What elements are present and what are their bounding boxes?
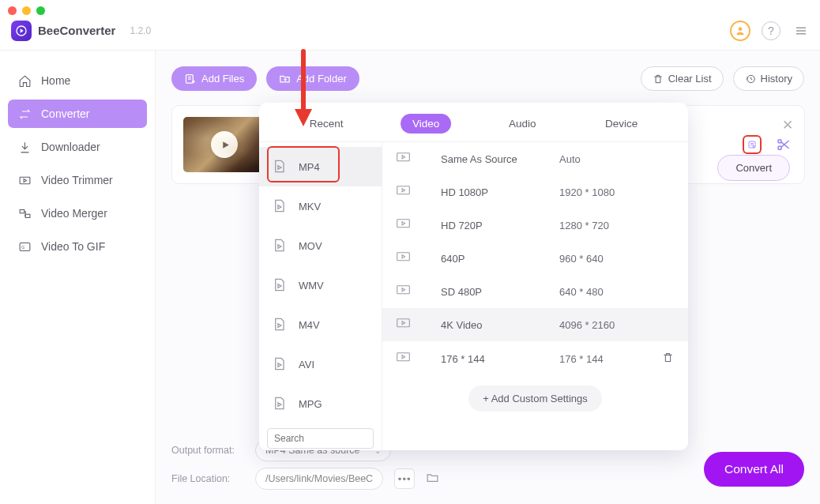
video-thumbnail[interactable] [183,117,265,172]
sidebar-item-downloader[interactable]: Downloader [8,133,147,161]
logo-block: BeeConverter 1.2.0 [11,21,151,41]
minimize-window-icon[interactable] [22,6,31,15]
resolution-item[interactable]: 640P 960 * 640 [382,242,688,275]
header-bar: BeeConverter 1.2.0 ? [0,0,820,51]
app-name: BeeConverter [38,24,115,37]
resolution-label: 176 * 144 [441,353,559,365]
resolution-label: HD 1080P [441,186,559,198]
resolution-item[interactable]: HD 1080P 1920 * 1080 [382,175,688,209]
sidebar: Home Converter Downloader Video Trimmer … [0,51,156,504]
svg-marker-33 [278,245,281,249]
file-location-field[interactable]: /Users/link/Movies/BeeC [255,468,383,490]
maximize-window-icon[interactable] [36,6,45,15]
svg-marker-51 [402,355,405,359]
sidebar-item-label: Converter [41,107,89,120]
format-label: WMV [299,280,324,291]
more-options-button[interactable]: ••• [394,468,415,489]
clear-list-button[interactable]: Clear List [641,66,724,91]
resolution-item[interactable]: HD 720P 1280 * 720 [382,209,688,242]
format-item-mkv[interactable]: MKV [259,186,382,226]
sidebar-item-converter[interactable]: Converter [8,100,147,128]
convert-all-button[interactable]: Convert All [704,452,804,487]
format-item-avi[interactable]: AVI [259,344,382,384]
format-search-input[interactable] [267,428,374,449]
sidebar-item-merger[interactable]: Video Merger [8,199,147,228]
svg-marker-49 [402,322,405,325]
help-icon[interactable]: ? [762,21,781,40]
close-icon[interactable]: ✕ [782,117,793,134]
delete-icon[interactable] [662,352,674,366]
resolution-item[interactable]: Same As Source Auto [382,142,688,175]
resolution-list: Same As Source Auto HD 1080P 1920 * 1080… [382,142,688,450]
resolution-dimension: 640 * 480 [559,286,604,298]
svg-rect-40 [397,186,410,194]
svg-marker-47 [402,288,405,291]
resolution-item[interactable]: 176 * 144 176 * 144 [382,341,688,376]
format-item-mp4[interactable]: MP4 [259,147,382,186]
file-video-icon [272,317,288,333]
resolution-label: Same As Source [441,153,559,165]
resolution-label: 4K Video [441,319,559,331]
sidebar-item-label: Home [41,74,70,87]
svg-marker-37 [278,403,281,407]
app-version: 1.2.0 [130,25,151,36]
monitor-play-icon [397,352,412,365]
resolution-dimension: 4096 * 2160 [559,319,615,331]
settings-preset-icon[interactable] [743,135,762,154]
monitor-play-icon [397,152,412,165]
resolution-label: SD 480P [441,286,559,298]
mac-traffic-lights[interactable] [8,6,45,15]
format-item-mov[interactable]: MOV [259,226,382,265]
open-folder-icon[interactable] [426,471,439,487]
svg-rect-42 [397,220,410,228]
sidebar-item-gif[interactable]: G Video To GIF [8,232,147,261]
format-label: MP4 [299,161,320,173]
hamburger-menu-icon[interactable] [792,21,811,40]
toolbar: Add Files Add Folder Clear List History [171,66,804,91]
format-popup: Recent Video Audio Device MP4 MKV MOV [259,103,688,450]
monitor-play-icon [397,186,412,198]
svg-marker-34 [278,284,281,288]
resolution-dimension: 1280 * 720 [559,220,609,231]
play-icon[interactable] [211,131,238,158]
add-custom-settings-button[interactable]: + Add Custom Settings [468,386,602,412]
tab-audio[interactable]: Audio [497,114,548,134]
resolution-dimension: 1920 * 1080 [559,186,615,198]
svg-rect-8 [20,209,24,213]
format-label: MOV [299,240,322,252]
history-button[interactable]: History [733,66,804,91]
svg-marker-41 [402,189,405,192]
sidebar-item-label: Video Trimmer [41,174,113,186]
sidebar-item-home[interactable]: Home [8,66,147,95]
sidebar-item-trimmer[interactable]: Video Trimmer [8,166,147,194]
resolution-item[interactable]: SD 480P 640 * 480 [382,275,688,308]
account-icon[interactable] [730,21,750,41]
format-item-mpg[interactable]: MPG [259,384,382,423]
svg-marker-32 [278,205,281,209]
home-icon [17,73,32,88]
format-item-m4v[interactable]: M4V [259,305,382,344]
convert-button[interactable]: Convert [717,155,790,181]
svg-line-27 [781,142,789,149]
app-logo-icon [11,21,32,41]
close-window-icon[interactable] [8,6,17,15]
merger-icon [17,206,32,220]
add-files-button[interactable]: Add Files [171,66,257,91]
monitor-play-icon [397,285,412,298]
add-folder-button[interactable]: Add Folder [266,66,359,91]
tab-recent[interactable]: Recent [298,114,355,134]
svg-marker-31 [278,166,281,170]
svg-point-2 [739,27,743,31]
sidebar-item-label: Downloader [41,141,100,153]
clear-list-label: Clear List [668,73,712,85]
resolution-dimension: Auto [559,153,581,165]
svg-marker-20 [223,141,229,149]
svg-rect-50 [397,353,410,361]
sidebar-item-label: Video Merger [41,207,107,220]
tab-device[interactable]: Device [593,114,649,134]
resolution-item[interactable]: 4K Video 4096 * 2160 [382,308,688,341]
format-item-wmv[interactable]: WMV [259,265,382,305]
output-format-label: Output format: [171,445,244,456]
scissors-icon[interactable] [774,135,793,154]
tab-video[interactable]: Video [401,114,451,134]
